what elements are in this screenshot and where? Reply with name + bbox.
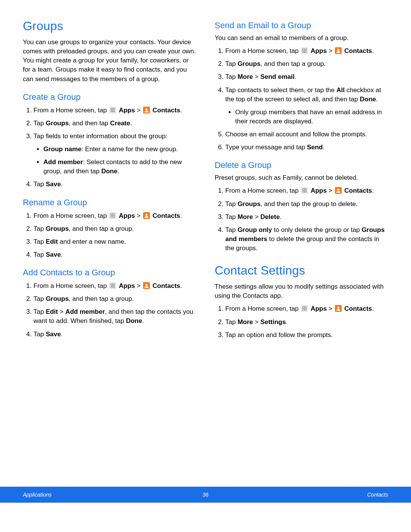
left-column: Groups You can use groups to organize yo… — [23, 19, 196, 343]
svg-point-42 — [306, 50, 307, 51]
contacts-icon — [143, 282, 150, 289]
svg-point-29 — [112, 285, 113, 286]
step: Tap Groups, and then tap a group. — [33, 224, 196, 233]
step: Tap More > Settings. — [225, 318, 388, 327]
svg-point-14 — [112, 213, 113, 214]
svg-point-37 — [303, 49, 304, 50]
svg-point-13 — [111, 213, 112, 214]
heading-contact-settings: Contact Settings — [215, 264, 388, 278]
svg-point-3 — [114, 108, 115, 109]
svg-point-45 — [306, 52, 307, 53]
svg-point-44 — [304, 52, 305, 53]
svg-point-51 — [306, 189, 307, 190]
svg-point-5 — [112, 109, 113, 110]
heading-delete-group: Delete a Group — [215, 160, 388, 170]
step: Tap Groups, and then tap Create. — [33, 119, 196, 128]
step: Tap Edit and enter a new name. — [33, 237, 196, 246]
svg-point-38 — [304, 49, 305, 50]
svg-point-54 — [306, 190, 307, 191]
svg-point-16 — [111, 215, 112, 216]
svg-point-66 — [306, 308, 307, 309]
step: From a Home screen, tap Apps > Contacts. — [225, 46, 388, 56]
step: Tap fields to enter information about th… — [33, 132, 196, 176]
svg-point-43 — [303, 52, 304, 53]
contacts-icon — [143, 107, 150, 113]
step: From a Home screen, tap Apps > Contacts. — [33, 211, 196, 220]
svg-point-19 — [111, 216, 112, 217]
step: Tap Save. — [33, 250, 196, 259]
svg-point-47 — [337, 49, 339, 51]
svg-point-50 — [304, 189, 305, 190]
bullet: Add member: Select contacts to add to th… — [43, 158, 196, 176]
heading-create-group: Create a Group — [23, 92, 196, 102]
svg-point-53 — [304, 190, 305, 191]
svg-point-62 — [304, 307, 305, 308]
settings-intro: These settings allow you to modify setti… — [215, 282, 388, 300]
step: Tap More > Delete. — [225, 212, 388, 222]
steps-send-email: From a Home screen, tap Apps > Contacts.… — [215, 46, 388, 152]
step: Choose an email account and follow the p… — [225, 130, 388, 139]
step: From a Home screen, tap Apps > Contacts. — [225, 186, 388, 195]
step: From a Home screen, tap Apps > Contacts. — [33, 281, 196, 291]
steps-delete-group: From a Home screen, tap Apps > Contacts.… — [215, 186, 388, 253]
svg-point-64 — [303, 308, 304, 309]
step: Tap More > Send email. — [225, 72, 388, 81]
svg-point-25 — [111, 284, 112, 285]
step: Tap Edit > Add member, and then tap the … — [33, 307, 196, 326]
svg-point-6 — [114, 109, 115, 110]
svg-point-30 — [114, 285, 115, 286]
svg-point-59 — [337, 189, 339, 191]
apps-icon — [301, 187, 308, 194]
svg-point-55 — [303, 192, 304, 193]
svg-point-41 — [304, 50, 305, 51]
svg-point-20 — [112, 216, 113, 217]
contacts-icon — [143, 212, 150, 219]
step: Tap Save. — [33, 330, 196, 339]
steps-rename-group: From a Home screen, tap Apps > Contacts.… — [23, 211, 196, 260]
svg-point-63 — [306, 307, 307, 308]
svg-point-69 — [306, 310, 307, 311]
svg-point-28 — [111, 285, 112, 286]
svg-point-65 — [304, 308, 305, 309]
steps-add-contacts: From a Home screen, tap Apps > Contacts.… — [23, 281, 196, 339]
apps-icon — [109, 107, 116, 113]
svg-point-39 — [306, 49, 307, 50]
heading-send-email: Send an Email to a Group — [215, 21, 388, 30]
svg-point-18 — [114, 215, 115, 216]
step: Tap Groups, and then tap the group to de… — [225, 200, 388, 209]
bullet: Only group members that have an email ad… — [235, 108, 388, 126]
svg-point-31 — [111, 287, 112, 288]
svg-point-49 — [303, 189, 304, 190]
step: Tap Groups, and then tap a group. — [225, 59, 388, 69]
svg-point-61 — [303, 307, 304, 308]
svg-point-8 — [112, 111, 113, 112]
step: Tap Group only to only delete the group … — [225, 225, 388, 253]
svg-point-33 — [114, 287, 115, 288]
footer-section: Applications — [23, 492, 145, 498]
svg-point-40 — [303, 50, 304, 51]
send-intro: You can send an email to members of a gr… — [215, 34, 388, 43]
apps-icon — [109, 212, 116, 219]
apps-icon — [301, 305, 308, 312]
steps-contact-settings: From a Home screen, tap Apps > Contacts.… — [215, 304, 388, 339]
svg-point-1 — [111, 108, 112, 109]
groups-intro: You can use groups to organize your cont… — [23, 38, 196, 84]
step: Type your message and tap Send. — [225, 143, 388, 152]
svg-point-27 — [114, 284, 115, 285]
svg-point-68 — [304, 310, 305, 311]
svg-point-35 — [145, 284, 147, 286]
heading-add-contacts: Add Contacts to a Group — [23, 268, 196, 278]
svg-point-9 — [114, 111, 115, 112]
svg-point-23 — [145, 214, 147, 216]
steps-create-group: From a Home screen, tap Apps > Contacts.… — [23, 106, 196, 189]
manual-page: Groups You can use groups to organize yo… — [0, 0, 411, 503]
svg-point-7 — [111, 111, 112, 112]
apps-icon — [301, 47, 308, 54]
svg-point-15 — [114, 213, 115, 214]
svg-point-32 — [112, 287, 113, 288]
page-footer: Applications 36 Contacts — [0, 487, 411, 503]
apps-icon — [109, 282, 116, 289]
delete-intro: Preset groups, such as Family, cannot be… — [215, 173, 388, 182]
step: Tap Save. — [33, 180, 196, 189]
svg-point-26 — [112, 284, 113, 285]
